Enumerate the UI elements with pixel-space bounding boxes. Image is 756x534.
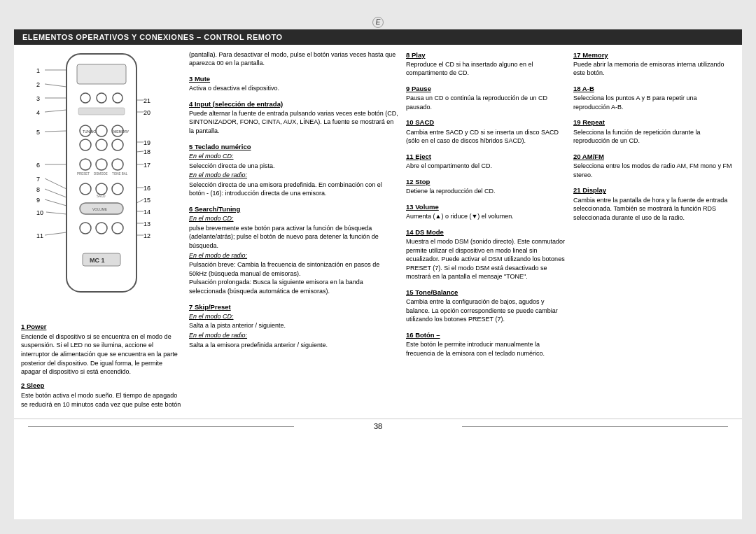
item-17-memory-text: Puede abrir la memoria de emisoras inter… — [573, 60, 735, 78]
item-19-repeat-text: Selecciona la función de repetición dura… — [573, 128, 735, 146]
item-12-stop: 12 Stop Detiene la reproducción del CD. — [406, 177, 568, 196]
item-7-radio-text: Salta a la emisora predefinida anterior … — [189, 341, 399, 350]
svg-text:16: 16 — [144, 185, 150, 192]
svg-text:DSMODE: DSMODE — [94, 172, 108, 176]
item-15-tone-text: Cambia entre la configuración de bajos, … — [406, 297, 568, 324]
item-13-volume-title: 13 Volume — [406, 202, 568, 211]
item-18-ab-text: Selecciona los puntos A y B para repetir… — [573, 94, 735, 111]
svg-text:7: 7 — [36, 176, 40, 183]
section-header: ELEMENTOS OPERATIVOS Y CONEXIONES – CONT… — [14, 29, 742, 45]
svg-text:6: 6 — [36, 162, 40, 169]
item-6-sublabel-radio: En el modo de radio: — [189, 251, 399, 260]
footer-line-right — [462, 426, 728, 427]
item-11-eject: 11 Eject Abre el compartimento del CD. — [406, 152, 568, 171]
svg-text:1: 1 — [36, 67, 40, 74]
svg-line-62 — [45, 232, 66, 235]
svg-line-60 — [45, 199, 66, 206]
svg-text:3: 3 — [36, 95, 40, 102]
item-11-eject-title: 11 Eject — [406, 152, 568, 161]
item-13-volume-text: Aumenta (▲) o riduce (▼) el volumen. — [406, 212, 568, 221]
item-18-ab: 18 A-B Selecciona los puntos A y B para … — [573, 84, 735, 111]
item-14-dsmode-text: Muestra el modo DSM (sonido directo). Es… — [406, 237, 568, 281]
item-1-power-title: 1 Power — [21, 322, 182, 331]
svg-text:TUNING: TUNING — [83, 129, 96, 134]
svg-text:9: 9 — [36, 197, 40, 204]
svg-text:PRESET: PRESET — [77, 172, 90, 176]
item-13-volume: 13 Volume Aumenta (▲) o riduce (▼) el vo… — [406, 202, 568, 221]
item-5-teclado-title: 5 Teclado numérico — [189, 142, 399, 151]
svg-text:TONE BAL: TONE BAL — [112, 172, 128, 176]
item-4-input-title: 4 Input (selección de entrada) — [189, 99, 399, 108]
item-4-input: 4 Input (selección de entrada) Puede alt… — [189, 99, 399, 136]
item-11-eject-text: Abre el compartimento del CD. — [406, 162, 568, 171]
right-col-right: 17 Memory Puede abrir la memoria de emis… — [573, 50, 735, 365]
item-20-amfm-text: Selecciona entre los modos de radio AM, … — [573, 162, 735, 179]
item-7-sublabel-radio: En el modo de radio: — [189, 331, 399, 340]
item-7-sublabel-cd: En el modo CD: — [189, 312, 399, 321]
svg-text:15: 15 — [144, 197, 150, 204]
item-21-display-title: 21 Display — [573, 185, 735, 195]
item-14-dsmode-title: 14 DS Mode — [406, 227, 568, 237]
item-5-radio-text: Selección directa de una emisora predefi… — [189, 181, 399, 198]
item-continuation-text: (pantalla). Para desactivar el modo, pul… — [189, 50, 399, 68]
svg-line-55 — [45, 110, 66, 112]
item-15-tone-balance: 15 Tone/Balance Cambia entre la configur… — [406, 288, 568, 324]
item-5-sublabel-radio: En el modo de radio: — [189, 171, 399, 180]
item-5-teclado: 5 Teclado numérico En el modo CD: Selecc… — [189, 142, 399, 198]
item-6-search-tuning: 6 Search/Tuning En el modo CD: pulse bre… — [189, 204, 399, 296]
svg-rect-1 — [77, 64, 126, 84]
left-descriptions: 1 Power Enciende el dispositivo si se en… — [21, 322, 182, 409]
main-content: TUNING MEMORY PRESET DSMODE TONE BAL SAC — [14, 45, 742, 419]
svg-line-59 — [45, 189, 66, 197]
svg-text:19: 19 — [144, 139, 150, 146]
item-5-cd-text: Selección directa de una pista. — [189, 162, 399, 171]
svg-text:MEMORY: MEMORY — [113, 129, 130, 134]
item-16-boton: 16 Botón – Este botón le permite introdu… — [406, 330, 568, 358]
svg-text:SACD: SACD — [97, 195, 106, 198]
svg-text:MC 1: MC 1 — [90, 257, 105, 264]
item-19-repeat: 19 Repeat Selecciona la función de repet… — [573, 118, 735, 145]
item-16-boton-text: Este botón le permite introducir manualm… — [406, 340, 568, 358]
svg-text:20: 20 — [144, 109, 150, 116]
item-14-dsmode: 14 DS Mode Muestra el modo DSM (sonido d… — [406, 227, 568, 281]
item-20-amfm-title: 20 AM/FM — [573, 152, 735, 161]
page-number: 38 — [374, 422, 382, 430]
svg-text:8: 8 — [36, 186, 40, 193]
item-8-play: 8 Play Reproduce el CD si ha insertado a… — [406, 50, 568, 78]
item-3-mute-text: Activa o desactiva el dispositivo. — [189, 84, 399, 93]
footer-line-left — [28, 426, 294, 427]
middle-section: (pantalla). Para desactivar el modo, pul… — [189, 50, 399, 414]
item-2-sleep-title: 2 Sleep — [21, 381, 182, 390]
item-6-search-title: 6 Search/Tuning — [189, 204, 399, 213]
svg-text:14: 14 — [144, 209, 150, 216]
left-section: TUNING MEMORY PRESET DSMODE TONE BAL SAC — [21, 50, 182, 414]
svg-text:10: 10 — [36, 209, 43, 216]
item-1-power-text: Enciende el dispositivo si se encuentra … — [21, 332, 182, 377]
item-4-input-text: Puede alternar la fuente de entrada puls… — [189, 109, 399, 136]
svg-text:12: 12 — [144, 232, 150, 239]
item-7-cd-text: Salta a la pista anterior / siguiente. — [189, 321, 399, 330]
remote-diagram: TUNING MEMORY PRESET DSMODE TONE BAL SAC — [35, 50, 168, 316]
right-two-col: 8 Play Reproduce el CD si ha insertado a… — [406, 50, 735, 365]
top-indicator-bar: E — [14, 15, 742, 29]
svg-line-69 — [136, 151, 144, 152]
svg-line-61 — [46, 212, 66, 214]
item-9-pause-text: Pausa un CD o continúa la reproducción d… — [406, 94, 568, 111]
svg-line-66 — [136, 199, 144, 203]
svg-line-56 — [45, 131, 66, 132]
item-6-radio-text: Pulsación breve: Cambia la frecuencia de… — [189, 260, 399, 295]
item-7-skip-title: 7 Skip/Preset — [189, 302, 399, 311]
svg-text:5: 5 — [36, 129, 40, 136]
item-2-sleep-text: Este botón activa el modo sueño. El tiem… — [21, 391, 182, 409]
item-8-play-text: Reproduce el CD si ha insertado alguno e… — [406, 60, 568, 78]
item-17-memory: 17 Memory Puede abrir la memoria de emis… — [573, 50, 735, 78]
item-19-repeat-title: 19 Repeat — [573, 118, 735, 127]
item-10-sacd-text: Cambia entre SACD y CD si se inserta un … — [406, 128, 568, 146]
item-21-display: 21 Display Cambia entre la pantalla de h… — [573, 185, 735, 222]
right-col-left: 8 Play Reproduce el CD si ha insertado a… — [406, 50, 568, 365]
remote-image-container: TUNING MEMORY PRESET DSMODE TONE BAL SAC — [35, 50, 168, 316]
svg-line-53 — [45, 84, 66, 87]
item-8-play-title: 8 Play — [406, 50, 568, 59]
item-10-sacd-title: 10 SACD — [406, 118, 568, 127]
item-3-mute-title: 3 Mute — [189, 74, 399, 83]
